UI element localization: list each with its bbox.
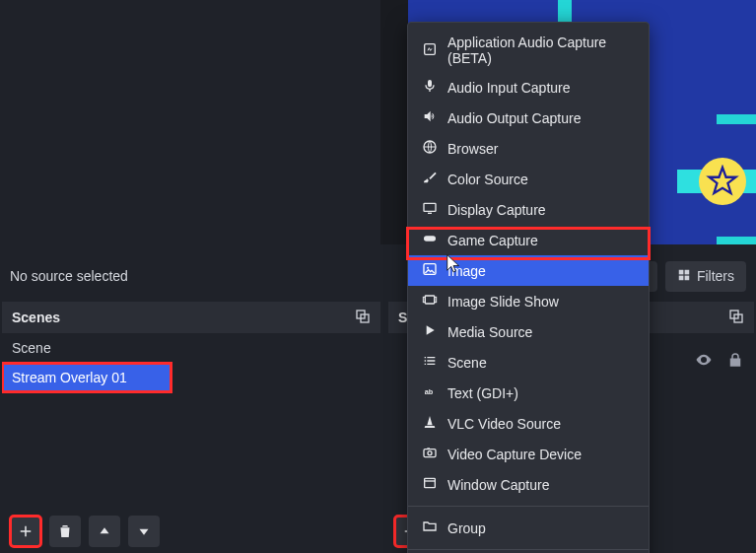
scenes-header: Scenes — [2, 302, 380, 333]
menu-item-text[interactable]: abText (GDI+) — [408, 378, 649, 408]
scene-item-label: Stream Overlay 01 — [12, 370, 127, 385]
menu-item-label: Media Source — [447, 324, 532, 340]
window-icon — [422, 475, 438, 494]
menu-item-display-capture[interactable]: Display Capture — [408, 194, 649, 225]
folder-icon — [422, 518, 438, 537]
svg-point-19 — [428, 451, 432, 455]
menu-item-label: Audio Input Capture — [447, 80, 571, 96]
menu-item-label: Text (GDI+) — [447, 385, 518, 401]
svg-text:ab: ab — [425, 387, 434, 396]
menu-item-group[interactable]: Group — [408, 513, 649, 543]
text-icon: ab — [422, 383, 438, 402]
star-graphic — [699, 158, 746, 205]
menu-item-audio-input[interactable]: Audio Input Capture — [408, 72, 649, 103]
menu-item-label: Game Capture — [447, 233, 538, 248]
menu-item-label: Browser — [447, 141, 498, 157]
remove-scene-button[interactable] — [49, 516, 81, 547]
gamepad-icon — [422, 231, 438, 249]
menu-item-label: Audio Output Capture — [447, 110, 581, 126]
svg-rect-18 — [424, 449, 436, 457]
menu-item-scene[interactable]: Scene — [408, 347, 649, 378]
menu-item-label: Video Capture Device — [447, 447, 582, 462]
menu-item-image[interactable]: Image — [408, 255, 649, 286]
add-source-menu: Application Audio Capture (BETA) Audio I… — [407, 22, 650, 553]
menu-item-label: Display Capture — [447, 202, 546, 218]
menu-item-label: Image Slide Show — [447, 294, 559, 310]
svg-rect-3 — [684, 275, 689, 280]
dock-icon[interactable] — [355, 309, 371, 327]
menu-item-game-capture[interactable]: Game Capture — [408, 225, 649, 255]
menu-item-vlc[interactable]: VLC Video Source — [408, 408, 649, 439]
svg-rect-16 — [435, 297, 437, 302]
speaker-icon — [422, 108, 438, 127]
menu-item-label: Color Source — [447, 172, 528, 187]
svg-point-13 — [427, 267, 429, 269]
scenes-title: Scenes — [12, 310, 60, 325]
svg-rect-1 — [684, 269, 689, 274]
filters-button[interactable]: Filters — [665, 261, 746, 292]
menu-item-window-capture[interactable]: Window Capture — [408, 469, 649, 500]
move-scene-down-button[interactable] — [128, 516, 160, 547]
menu-item-label: Image — [447, 263, 486, 279]
menu-separator — [408, 549, 649, 550]
svg-rect-15 — [423, 297, 425, 302]
play-icon — [422, 322, 438, 341]
image-icon — [422, 261, 438, 280]
svg-rect-20 — [427, 448, 430, 449]
source-visibility-controls — [695, 351, 744, 372]
add-scene-button[interactable] — [10, 516, 41, 547]
svg-rect-2 — [679, 275, 684, 280]
app-audio-icon — [422, 41, 438, 60]
menu-item-color-source[interactable]: Color Source — [408, 164, 649, 194]
scene-item[interactable]: Scene — [2, 333, 380, 363]
decorative-stroke — [717, 114, 756, 124]
svg-rect-11 — [424, 236, 436, 241]
list-icon — [422, 353, 438, 372]
filters-label: Filters — [697, 268, 734, 284]
menu-item-app-audio[interactable]: Application Audio Capture (BETA) — [408, 29, 649, 72]
menu-separator — [408, 506, 649, 507]
lock-icon[interactable] — [726, 351, 744, 372]
menu-item-audio-output[interactable]: Audio Output Capture — [408, 103, 649, 133]
status-text: No source selected — [10, 268, 128, 284]
decorative-stroke — [717, 237, 756, 244]
globe-icon — [422, 139, 438, 158]
mic-icon — [422, 78, 438, 97]
menu-item-label: VLC Video Source — [447, 416, 561, 432]
display-icon — [422, 200, 438, 219]
menu-item-video-capture[interactable]: Video Capture Device — [408, 439, 649, 469]
menu-item-media-source[interactable]: Media Source — [408, 316, 649, 347]
svg-rect-0 — [679, 269, 684, 274]
brush-icon — [422, 170, 438, 188]
scene-item-selected[interactable]: Stream Overlay 01 — [2, 363, 172, 392]
menu-item-label: Scene — [447, 355, 487, 371]
scene-item-label: Scene — [12, 340, 51, 356]
menu-item-browser[interactable]: Browser — [408, 133, 649, 164]
menu-item-image-slideshow[interactable]: Image Slide Show — [408, 286, 649, 316]
menu-item-label: Application Audio Capture (BETA) — [447, 35, 635, 66]
svg-rect-14 — [425, 296, 434, 304]
move-scene-up-button[interactable] — [89, 516, 120, 547]
vlc-icon — [422, 414, 438, 433]
slideshow-icon — [422, 292, 438, 311]
filters-icon — [677, 268, 691, 285]
menu-item-label: Group — [447, 520, 486, 536]
svg-rect-21 — [425, 478, 436, 487]
menu-item-label: Window Capture — [447, 477, 550, 493]
dock-icon[interactable] — [728, 309, 744, 327]
scenes-toolbar — [4, 514, 166, 549]
eye-icon[interactable] — [695, 351, 713, 372]
svg-rect-10 — [424, 203, 436, 211]
camera-icon — [422, 445, 438, 463]
